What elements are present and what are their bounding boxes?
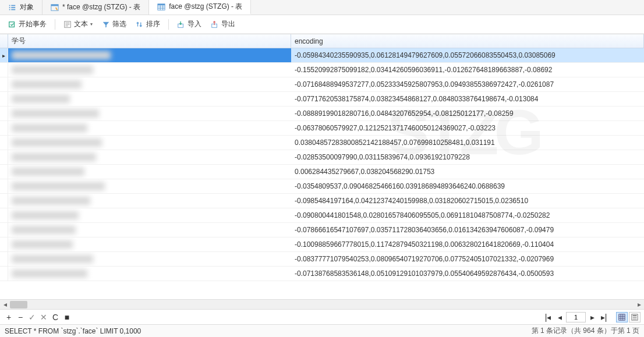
- cell-id[interactable]: [8, 237, 291, 251]
- cell-encoding[interactable]: -0.10098859667778015,0.11742879450321198…: [291, 237, 644, 251]
- tab-query-face[interactable]: * face @stzg (STZG) - 表: [43, 0, 149, 15]
- svg-rect-5: [11, 9, 15, 10]
- cell-id[interactable]: [8, 267, 291, 281]
- text-icon: [63, 20, 72, 29]
- cell-id[interactable]: [8, 223, 291, 237]
- cell-encoding[interactable]: -0.06378060579927,0.12125213717460050124…: [291, 121, 644, 135]
- row-indicator: [0, 150, 8, 164]
- next-page-button[interactable]: ▸: [587, 312, 597, 322]
- table-row[interactable]: 0.03804857283800852142188457,0.076998102…: [0, 136, 644, 150]
- scroll-track[interactable]: [10, 300, 634, 309]
- table-row[interactable]: -0.15520992875099182,0.03414260596036911…: [0, 63, 644, 77]
- cell-id[interactable]: [8, 208, 291, 222]
- cell-encoding[interactable]: 0.03804857283800852142188457,0.076998102…: [291, 136, 644, 150]
- confirm-button[interactable]: ✓: [27, 312, 37, 322]
- column-header-id[interactable]: 学号: [8, 34, 291, 48]
- table-row[interactable]: -0.0985484197164,0.04212374240159988,0.0…: [0, 194, 644, 208]
- table-row[interactable]: -0.0354809537,0.09046825466160.039186894…: [0, 179, 644, 194]
- redacted-content: [12, 66, 93, 74]
- transaction-icon: [8, 20, 16, 29]
- sort-button[interactable]: 排序: [132, 17, 164, 31]
- cell-id[interactable]: [8, 194, 291, 208]
- cell-id[interactable]: [8, 179, 291, 193]
- button-label: 开始事务: [19, 19, 47, 29]
- redacted-content: [12, 51, 111, 59]
- cell-encoding[interactable]: -0.0354809537,0.09046825466160.039186894…: [291, 179, 644, 193]
- cell-encoding[interactable]: -0.0985484197164,0.04212374240159988,0.0…: [291, 194, 644, 208]
- button-label: 导出: [221, 19, 235, 29]
- redacted-content: [12, 153, 96, 161]
- last-page-button[interactable]: ▸|: [599, 312, 609, 322]
- begin-transaction-button[interactable]: 开始事务: [5, 17, 50, 31]
- cell-encoding[interactable]: -0.15520992875099182,0.03414260596036911…: [291, 63, 644, 77]
- cell-encoding[interactable]: -0.090800441801548,0.028016578406095505,…: [291, 208, 644, 222]
- tab-objects[interactable]: 对象: [0, 0, 43, 15]
- cell-id[interactable]: [8, 150, 291, 164]
- cell-encoding[interactable]: -0.08889199018280716,0.04843207652954,-0…: [291, 107, 644, 120]
- column-header-encoding[interactable]: encoding: [291, 34, 644, 48]
- cancel-button[interactable]: ✕: [38, 312, 49, 322]
- sort-icon: [136, 20, 144, 29]
- cell-id[interactable]: [8, 63, 291, 77]
- horizontal-scrollbar[interactable]: ◂ ▸: [0, 299, 644, 309]
- cell-id[interactable]: [8, 92, 291, 106]
- export-button[interactable]: 导出: [207, 17, 239, 31]
- redacted-content: [12, 109, 99, 118]
- grid-view-button[interactable]: [616, 312, 628, 322]
- cell-encoding[interactable]: -0.02853500097990,0.03115839674,0.093619…: [291, 150, 644, 164]
- cell-id[interactable]: [8, 165, 291, 179]
- row-indicator: [0, 267, 8, 281]
- cell-encoding[interactable]: -0.07138768583536148,0.05109129101037979…: [291, 267, 644, 281]
- scroll-left-icon[interactable]: ◂: [0, 300, 10, 310]
- scroll-right-icon[interactable]: ▸: [634, 300, 644, 310]
- svg-rect-2: [9, 7, 10, 8]
- table-row[interactable]: 0.006284435279667,0.038204568290.01753: [0, 165, 644, 179]
- table-row[interactable]: -0.08377771079540253,0.08096540719270706…: [0, 252, 644, 267]
- table-row[interactable]: -0.10098859667778015,0.11742879450321198…: [0, 237, 644, 252]
- first-page-button[interactable]: |◂: [543, 312, 553, 322]
- table-row[interactable]: -0.02853500097990,0.03115839674,0.093619…: [0, 150, 644, 165]
- filter-button[interactable]: 筛选: [98, 17, 130, 31]
- tab-bar: 对象 * face @stzg (STZG) - 表 face @stzg (S…: [0, 0, 644, 15]
- table-row[interactable]: -0.07168488949537277,0.05233345925807953…: [0, 77, 644, 92]
- cell-encoding[interactable]: -0.07168488949537277,0.05233345925807953…: [291, 77, 644, 91]
- import-button[interactable]: 导入: [174, 17, 205, 31]
- button-label: 排序: [146, 19, 160, 29]
- page-input[interactable]: [566, 312, 586, 322]
- cell-encoding[interactable]: -0.07717620538175874,0.03823454868127,0.…: [291, 92, 644, 106]
- scroll-thumb[interactable]: [10, 301, 27, 308]
- tab-table-face[interactable]: face @stzg (STZG) - 表: [149, 0, 251, 15]
- grid-body[interactable]: STZG ▸-0.05984340235590935,0.06128149479…: [0, 48, 644, 299]
- cell-id[interactable]: [8, 136, 291, 150]
- delete-record-button[interactable]: −: [15, 312, 26, 322]
- cell-id[interactable]: [8, 121, 291, 135]
- form-view-button[interactable]: [629, 312, 641, 322]
- table-row[interactable]: -0.07717620538175874,0.03823454868127,0.…: [0, 92, 644, 107]
- text-button[interactable]: 文本 ▾: [60, 17, 96, 31]
- cell-id[interactable]: [8, 252, 291, 266]
- row-indicator: [0, 121, 8, 135]
- table-row[interactable]: -0.08889199018280716,0.04843207652954,-0…: [0, 107, 644, 121]
- row-indicator: [0, 252, 8, 266]
- table-row[interactable]: -0.07866616547107697,0.03571172803640365…: [0, 223, 644, 237]
- cell-encoding[interactable]: 0.006284435279667,0.038204568290.01753: [291, 165, 644, 179]
- pager: |◂ ◂ ▸ ▸|: [543, 312, 641, 322]
- tab-label: 对象: [20, 2, 34, 12]
- grid-header: 学号 encoding: [0, 34, 644, 48]
- row-indicator: [0, 107, 8, 120]
- table-row[interactable]: ▸-0.05984340235590935,0.0612814947962760…: [0, 48, 644, 63]
- table-row[interactable]: -0.07138768583536148,0.05109129101037979…: [0, 267, 644, 281]
- cell-encoding[interactable]: -0.07866616547107697,0.03571172803640365…: [291, 223, 644, 237]
- prev-page-button[interactable]: ◂: [554, 312, 565, 322]
- table-row[interactable]: -0.06378060579927,0.12125213717460050124…: [0, 121, 644, 136]
- cell-encoding[interactable]: -0.05984340235590935,0.06128149479627609…: [291, 48, 644, 62]
- cell-encoding[interactable]: -0.08377771079540253,0.08096540719270706…: [291, 252, 644, 266]
- cell-id[interactable]: [8, 107, 291, 120]
- cell-id[interactable]: [8, 77, 291, 91]
- table-row[interactable]: -0.090800441801548,0.028016578406095505,…: [0, 208, 644, 223]
- stop-button[interactable]: ■: [62, 312, 72, 322]
- add-record-button[interactable]: +: [3, 312, 14, 322]
- refresh-button[interactable]: C: [50, 312, 61, 322]
- sql-text: SELECT * FROM `stzg`.`face` LIMIT 0,1000: [5, 327, 532, 335]
- cell-id[interactable]: [8, 48, 291, 62]
